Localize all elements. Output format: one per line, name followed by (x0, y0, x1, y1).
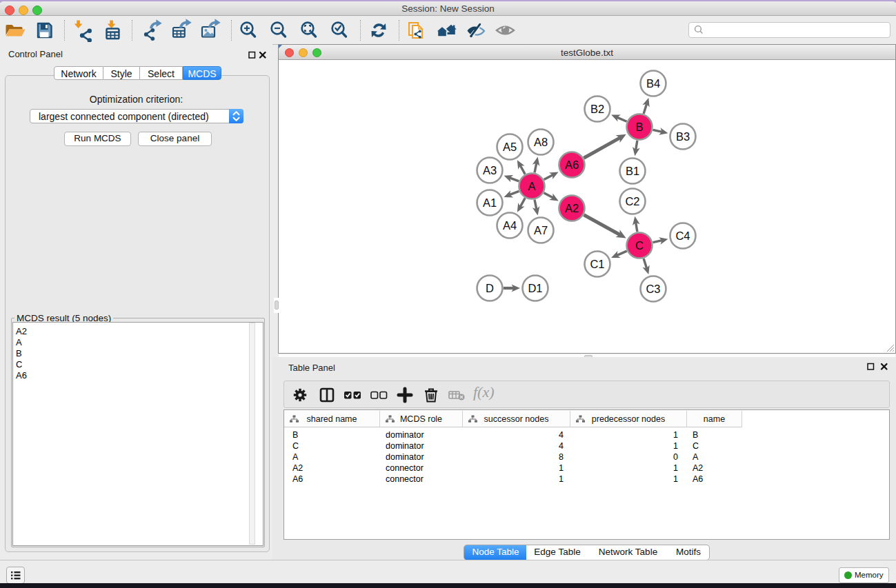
svg-text:B: B (635, 121, 643, 133)
svg-text:A4: A4 (503, 219, 517, 232)
svg-text:C3: C3 (646, 283, 660, 295)
svg-text:C: C (635, 239, 644, 252)
svg-text:A2: A2 (565, 202, 579, 214)
svg-text:A1: A1 (483, 196, 497, 209)
svg-text:D: D (486, 282, 494, 294)
svg-text:A7: A7 (534, 224, 548, 236)
svg-text:A6: A6 (565, 159, 579, 171)
svg-text:C2: C2 (625, 195, 639, 207)
svg-text:A8: A8 (534, 136, 548, 148)
svg-text:B2: B2 (590, 103, 604, 115)
svg-text:A5: A5 (503, 141, 517, 153)
svg-text:C1: C1 (590, 258, 604, 270)
svg-text:A: A (528, 180, 535, 192)
svg-text:D1: D1 (528, 282, 542, 294)
svg-text:B3: B3 (676, 130, 690, 143)
svg-text:A3: A3 (483, 164, 497, 176)
svg-text:B4: B4 (646, 77, 660, 90)
svg-text:C4: C4 (675, 230, 690, 242)
svg-text:B1: B1 (626, 165, 639, 177)
